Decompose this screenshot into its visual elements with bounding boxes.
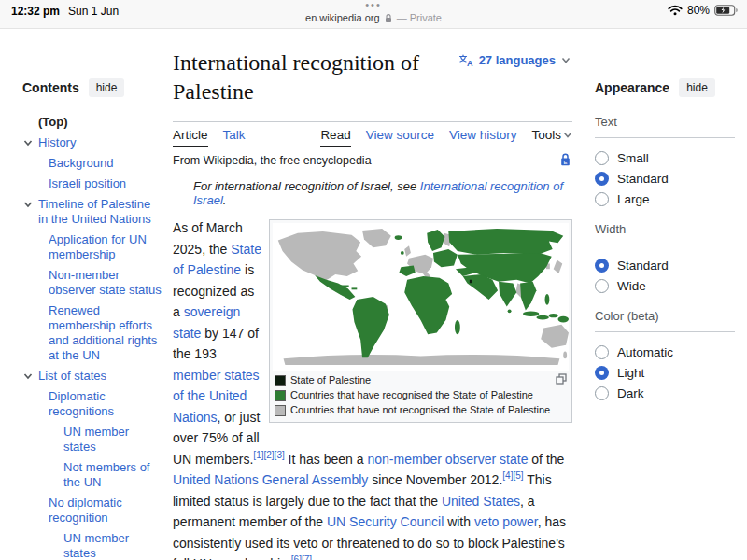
legend-row: Countries that have not recognised the S… bbox=[275, 403, 567, 417]
map-iceland bbox=[395, 235, 402, 240]
map-scandinavia bbox=[427, 230, 444, 251]
tab-article[interactable]: Article bbox=[173, 122, 208, 147]
radio-selected-icon[interactable] bbox=[595, 172, 609, 186]
tab-talk[interactable]: Talk bbox=[223, 122, 246, 147]
tab-read[interactable]: Read bbox=[320, 122, 350, 147]
reference-link[interactable]: [4] bbox=[502, 471, 513, 482]
tabs-spacer bbox=[261, 122, 321, 147]
map-antarctica bbox=[284, 355, 560, 365]
article-body: State of Palestine Countries that have r… bbox=[173, 217, 572, 560]
tab-overview-dots[interactable]: ••• bbox=[0, 0, 747, 10]
toc-item-renewed-membership[interactable]: Renewed membership efforts and additiona… bbox=[22, 303, 162, 363]
radio-text-standard[interactable]: Standard bbox=[595, 169, 735, 189]
appearance-divider bbox=[595, 105, 735, 105]
private-label: — Private bbox=[397, 12, 442, 23]
radio-color-dark[interactable]: Dark bbox=[595, 384, 735, 403]
radio-selected-icon[interactable] bbox=[595, 259, 609, 273]
text-segment: . bbox=[223, 193, 227, 207]
toc-item-israeli-position[interactable]: Israeli position bbox=[22, 176, 162, 191]
reference-link[interactable]: [3] bbox=[275, 450, 285, 460]
tab-view-source[interactable]: View source bbox=[366, 122, 434, 147]
radio-icon[interactable] bbox=[595, 386, 609, 400]
toc-item-diplomatic-recognitions[interactable]: Diplomatic recognitions bbox=[22, 389, 162, 419]
toc-item-not-members-un[interactable]: Not members of the UN bbox=[22, 460, 162, 490]
toc-item-observer-status[interactable]: Non-member observer state status bbox=[22, 268, 162, 298]
map-japan bbox=[554, 260, 563, 273]
tab-tools[interactable]: Tools bbox=[531, 122, 561, 147]
map-caribbean-2 bbox=[352, 288, 358, 290]
toc-divider bbox=[22, 105, 162, 105]
tools-menu-chevron[interactable] bbox=[563, 122, 572, 147]
radio-selected-icon[interactable] bbox=[595, 366, 609, 380]
legend-label: Countries that have recognised the State… bbox=[290, 388, 533, 402]
battery-icon bbox=[714, 5, 738, 16]
tab-view-history[interactable]: View history bbox=[449, 122, 517, 147]
chevron-down-icon[interactable] bbox=[23, 139, 33, 147]
article-content: International recognition of Palestine A… bbox=[173, 34, 572, 560]
battery-percent: 80% bbox=[687, 4, 710, 17]
languages-button[interactable]: A 27 languages bbox=[458, 53, 571, 67]
legend-label: State of Palestine bbox=[290, 373, 371, 387]
wiki-link[interactable]: UN Security Council bbox=[327, 514, 444, 529]
radio-text-small[interactable]: Small bbox=[595, 148, 735, 168]
map-greenland bbox=[362, 229, 391, 247]
toc-hide-button[interactable]: hide bbox=[89, 78, 125, 97]
expand-icon[interactable] bbox=[556, 373, 567, 385]
reference-link[interactable]: [6] bbox=[291, 555, 302, 560]
toc-item-background[interactable]: Background bbox=[22, 156, 162, 171]
appearance-hide-button[interactable]: hide bbox=[679, 78, 715, 97]
radio-icon[interactable] bbox=[595, 345, 609, 359]
toc-item-list-of-states[interactable]: List of states bbox=[22, 369, 162, 384]
chevron-down-icon[interactable] bbox=[23, 372, 33, 380]
radio-icon[interactable] bbox=[595, 151, 609, 165]
toc-item-application-un[interactable]: Application for UN membership bbox=[22, 232, 162, 262]
wifi-icon bbox=[668, 5, 683, 16]
legend-chip-palestine bbox=[275, 375, 286, 386]
legend-row: Countries that have recognised the State… bbox=[275, 388, 567, 402]
map-legend: State of Palestine Countries that have r… bbox=[273, 371, 569, 419]
world-map-svg bbox=[273, 223, 569, 371]
toc-title: Contents bbox=[22, 80, 79, 95]
map-africa bbox=[404, 276, 452, 334]
map-india bbox=[499, 282, 516, 307]
radio-width-standard[interactable]: Standard bbox=[595, 256, 735, 275]
site-tagline: From Wikipedia, the free encyclopedia E bbox=[173, 154, 572, 167]
map-russia bbox=[448, 229, 563, 255]
legend-label: Countries that have not recognised the S… bbox=[290, 403, 550, 417]
toc-item-top[interactable]: (Top) bbox=[22, 115, 162, 130]
radio-icon[interactable] bbox=[595, 279, 609, 293]
address-bar[interactable]: en.wikipedia.org — Private bbox=[0, 12, 747, 23]
url-host[interactable]: en.wikipedia.org bbox=[305, 12, 380, 23]
world-recognition-map[interactable] bbox=[273, 223, 569, 371]
width-section-label: Width bbox=[595, 222, 735, 245]
chevron-down-icon[interactable] bbox=[23, 201, 33, 208]
radio-color-automatic[interactable]: Automatic bbox=[595, 343, 735, 362]
map-madagascar bbox=[455, 320, 460, 334]
page-protection-lock-icon[interactable]: E bbox=[560, 153, 571, 166]
toc-item-timeline[interactable]: Timeline of Palestine in the United Nati… bbox=[22, 197, 162, 227]
radio-color-light[interactable]: Light bbox=[595, 363, 735, 383]
appearance-panel: Appearance hide Text Small Standard Larg… bbox=[595, 78, 735, 404]
table-of-contents: Contents hide (Top) History Background I… bbox=[22, 78, 162, 560]
wiki-link[interactable]: United States bbox=[442, 494, 520, 509]
text-section-label: Text bbox=[595, 115, 735, 138]
reference-link[interactable]: [1] bbox=[253, 450, 263, 460]
reference-link[interactable]: [5] bbox=[513, 471, 523, 482]
map-philippines bbox=[545, 294, 550, 305]
radio-text-large[interactable]: Large bbox=[595, 189, 735, 209]
toc-item-no-diplomatic-recognition[interactable]: No diplomatic recognition bbox=[22, 496, 162, 525]
color-section-label: Color (beta) bbox=[595, 309, 735, 332]
radio-icon[interactable] bbox=[595, 192, 609, 206]
wiki-link[interactable]: United Nations General Assembly bbox=[173, 472, 368, 487]
wiki-link[interactable]: non-member observer state bbox=[367, 452, 528, 467]
text-segment: It has been a bbox=[285, 452, 368, 467]
wiki-link[interactable]: veto power bbox=[474, 514, 538, 529]
reference-link[interactable]: [2] bbox=[263, 450, 274, 460]
toc-item-history[interactable]: History bbox=[22, 135, 162, 150]
radio-width-wide[interactable]: Wide bbox=[595, 276, 735, 296]
lock-icon bbox=[385, 14, 392, 23]
toc-item-un-member-states[interactable]: UN member states bbox=[22, 425, 162, 455]
safari-toolbar: 12:32 pmSun 1 Jun ••• en.wikipedia.org —… bbox=[0, 0, 747, 29]
reference-link[interactable]: [7] bbox=[302, 555, 312, 560]
toc-item-un-member-states-2[interactable]: UN member states bbox=[22, 531, 162, 560]
